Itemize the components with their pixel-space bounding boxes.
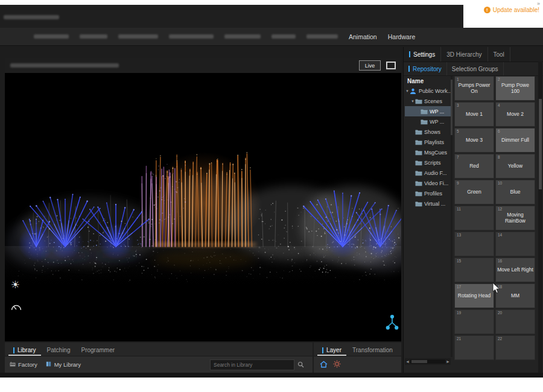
update-notification[interactable]: » ! Update available!: [463, 0, 543, 28]
active-tab-indicator: [408, 66, 410, 72]
tree-vertical-scrollbar[interactable]: [451, 76, 453, 357]
search-icon[interactable]: [297, 359, 304, 370]
tab-label: Patching: [47, 347, 71, 353]
live-button[interactable]: Live: [359, 60, 381, 71]
viewport-3d[interactable]: Live ☀: [5, 58, 401, 341]
folder-icon: [415, 150, 422, 156]
tab-repository[interactable]: Repository: [404, 62, 447, 75]
scroll-thumb[interactable]: [411, 360, 427, 363]
library-panel-tabs: LibraryPatchingProgrammer: [5, 343, 313, 356]
selection-group-10[interactable]: 10Blue: [495, 180, 535, 204]
group-number: 9: [457, 181, 459, 185]
menu-bar: Animation Hardware: [0, 28, 543, 46]
selection-group-14[interactable]: 14: [495, 232, 535, 256]
tab-layer[interactable]: Layer: [317, 345, 346, 356]
tab-library[interactable]: Library: [8, 345, 41, 356]
tab-3d-hierarchy[interactable]: 3D Hierarchy: [441, 47, 487, 62]
group-label: Move 1: [466, 112, 483, 118]
display-toggle-icon[interactable]: [386, 62, 396, 69]
group-number: 11: [457, 207, 461, 211]
selection-group-1[interactable]: 1Pumps Power On: [454, 76, 494, 101]
selection-group-15[interactable]: 15: [454, 258, 494, 282]
menu-item-blurred[interactable]: [224, 34, 261, 39]
selection-group-9[interactable]: 9Green: [454, 180, 494, 204]
menu-item-blurred[interactable]: [34, 34, 69, 39]
tab-programmer[interactable]: Programmer: [77, 345, 120, 356]
source-label: My Library: [54, 361, 81, 368]
menu-item-blurred[interactable]: [272, 34, 296, 39]
source-label: Factory: [18, 361, 37, 368]
brightness-icon[interactable]: ☀: [11, 280, 20, 290]
tree-caret-icon[interactable]: ▾: [410, 99, 415, 104]
menu-item-blurred[interactable]: [169, 34, 214, 39]
menu-item-blurred[interactable]: [118, 34, 158, 39]
tab-label: Library: [17, 347, 36, 353]
tree-item-virtual[interactable]: Virtual ...: [405, 198, 451, 209]
source-factory[interactable]: Factory: [10, 361, 37, 368]
gear-icon[interactable]: [333, 359, 341, 370]
tree-item-shows[interactable]: Shows: [405, 127, 451, 137]
selection-group-22[interactable]: 22: [495, 335, 535, 360]
tree-item-msgcues[interactable]: MsgCues: [405, 147, 451, 157]
tree-item-audio-f[interactable]: Audio F...: [405, 168, 451, 178]
layer-panel-tabs: LayerTransformation: [314, 343, 401, 356]
folder-icon: [415, 180, 422, 186]
selection-group-17[interactable]: 17Rotating Head: [454, 283, 494, 308]
tab-settings[interactable]: Settings: [404, 47, 441, 62]
tree-caret-icon[interactable]: ▾: [405, 89, 410, 93]
selection-group-11[interactable]: 11: [454, 206, 494, 230]
selection-group-16[interactable]: 16Move Left Right: [495, 258, 535, 282]
scroll-right-icon[interactable]: ►: [445, 359, 451, 364]
selection-group-20[interactable]: 20: [495, 309, 535, 334]
tree-items: ▾Public Work..▾ScenesWP ...WP ...ShowsPl…: [405, 86, 451, 209]
tree-item-public-work[interactable]: ▾Public Work..: [405, 86, 451, 96]
selection-group-7[interactable]: 7Red: [454, 154, 494, 179]
group-label: Pumps Power On: [456, 83, 492, 95]
gauge-icon[interactable]: [10, 303, 22, 312]
selection-group-13[interactable]: 13: [454, 232, 494, 256]
selection-group-21[interactable]: 21: [454, 335, 494, 360]
tree-item-label: Scripts: [424, 160, 441, 166]
library-sources-row: FactoryMy Library: [5, 356, 313, 373]
home-icon[interactable]: [320, 359, 328, 370]
selection-group-4[interactable]: 4Move 2: [495, 102, 535, 127]
tab-label: Selection Groups: [452, 66, 498, 72]
group-number: 5: [457, 129, 459, 133]
scroll-left-icon[interactable]: ◄: [405, 359, 410, 364]
selection-group-6[interactable]: 6Dimmer Full: [495, 128, 535, 153]
selection-group-8[interactable]: 8Yellow: [495, 154, 535, 179]
group-number: 20: [498, 311, 502, 315]
selection-group-2[interactable]: 2Pump Powe 100: [495, 76, 535, 101]
source-my-library[interactable]: My Library: [46, 361, 81, 368]
tab-selection-groups[interactable]: Selection Groups: [447, 62, 504, 75]
tree-item-scenes[interactable]: ▾Scenes: [405, 96, 451, 106]
group-label: Blue: [510, 189, 520, 195]
selection-group-12[interactable]: 12Moving RainBow: [495, 206, 535, 230]
selection-group-18[interactable]: 18MM: [495, 283, 535, 308]
fountain-scene[interactable]: ☀: [5, 74, 401, 341]
tree-item-wp[interactable]: WP ...: [405, 116, 451, 127]
tree-item-playlists[interactable]: Playlists: [405, 137, 451, 147]
tree-item-wp[interactable]: WP ...: [405, 106, 451, 116]
tree-horizontal-scrollbar[interactable]: ◄ ►: [405, 358, 451, 365]
menu-item-blurred[interactable]: [306, 34, 338, 39]
group-number: 16: [498, 259, 502, 263]
menu-item-blurred[interactable]: [80, 34, 107, 39]
menu-item-animation[interactable]: Animation: [349, 33, 377, 40]
selection-group-19[interactable]: 19: [454, 309, 494, 334]
node-graph-icon[interactable]: [385, 314, 399, 332]
tree-item-profiles[interactable]: Profiles: [405, 188, 451, 198]
tab-label: Settings: [413, 51, 435, 58]
menu-item-hardware[interactable]: Hardware: [388, 33, 416, 40]
panel-scrollbar[interactable]: [538, 62, 542, 375]
tree-item-scripts[interactable]: Scripts: [405, 157, 451, 168]
tab-transformation[interactable]: Transformation: [348, 345, 398, 356]
collapse-chevrons-icon[interactable]: »: [463, 0, 543, 7]
group-label: MM: [511, 293, 519, 299]
tab-patching[interactable]: Patching: [42, 345, 75, 356]
tree-item-video-fi[interactable]: Video Fi...: [405, 178, 451, 188]
tab-tool[interactable]: Tool: [488, 47, 510, 62]
selection-group-3[interactable]: 3Move 1: [454, 102, 494, 127]
selection-group-5[interactable]: 5Move 3: [454, 128, 494, 153]
search-input[interactable]: [210, 359, 294, 370]
